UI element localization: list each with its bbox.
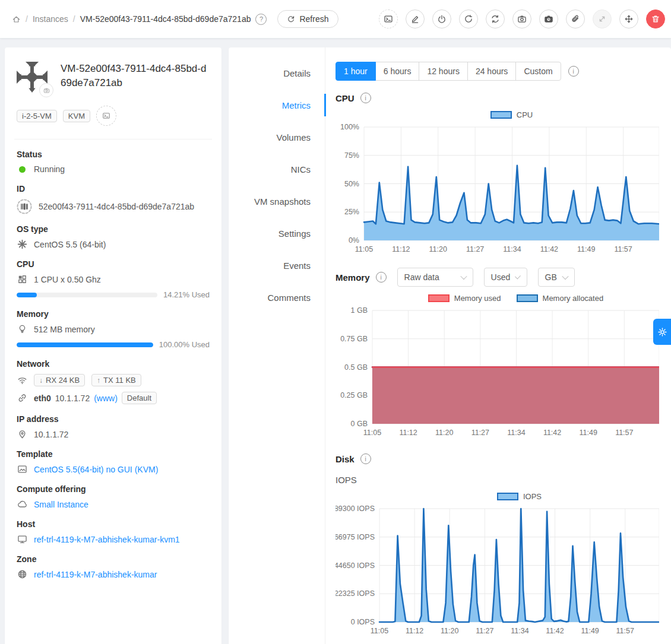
svg-text:11:42: 11:42 xyxy=(540,245,558,253)
time-range-1-hour[interactable]: 1 hour xyxy=(336,62,376,81)
info-icon[interactable]: i xyxy=(360,453,371,464)
info-icon[interactable]: i xyxy=(360,93,371,103)
field-row: ref-trl-4119-k-M7-abhishek-kumar xyxy=(17,569,210,579)
recurring-snapshot-icon xyxy=(544,14,553,24)
field-compute-offering: Compute offeringSmall Instance xyxy=(17,484,210,509)
memory-select-0[interactable]: Raw data xyxy=(397,268,473,287)
tab-comments[interactable]: Comments xyxy=(229,281,325,313)
svg-text:0.25 GB: 0.25 GB xyxy=(340,391,368,399)
attach-iso-button[interactable] xyxy=(566,9,585,28)
breadcrumb-item: VM-52e00f43-7911-4dc4-85bd-d69de7a721ab xyxy=(80,14,251,24)
console-button[interactable] xyxy=(379,9,398,28)
legend-label: CPU xyxy=(517,110,533,119)
svg-text:50%: 50% xyxy=(344,180,359,188)
select-value: Raw data xyxy=(404,272,439,282)
time-range-6-hours[interactable]: 6 hours xyxy=(375,62,420,81)
field-status: StatusRunning xyxy=(17,150,210,174)
legend-item[interactable]: Memory allocated xyxy=(517,294,604,303)
snapshot-icon xyxy=(43,87,50,94)
svg-text:11:20: 11:20 xyxy=(441,627,458,635)
svg-text:44650 IOPS: 44650 IOPS xyxy=(336,561,375,570)
field-link[interactable]: CentOS 5.5(64-bit) no GUI (KVM) xyxy=(34,465,158,474)
legend-item[interactable]: IOPS xyxy=(497,492,542,501)
svg-text:11:12: 11:12 xyxy=(406,627,423,635)
field-link[interactable]: ref-trl-4119-k-M7-abhishek-kumar-kvm1 xyxy=(34,535,180,544)
legend-swatch xyxy=(517,294,538,302)
reboot-button[interactable] xyxy=(459,9,478,28)
migrate-button[interactable] xyxy=(619,9,638,28)
svg-text:0%: 0% xyxy=(349,236,359,245)
reinstall-button[interactable] xyxy=(486,9,505,28)
field-link[interactable]: ref-trl-4119-k-M7-abhishek-kumar xyxy=(34,570,157,579)
field-value: CentOS 5.5 (64-bit) xyxy=(34,240,106,249)
legend-item[interactable]: Memory used xyxy=(428,294,501,303)
divider xyxy=(14,139,212,139)
refresh-button[interactable]: Refresh xyxy=(277,10,338,28)
tab-nics[interactable]: NICs xyxy=(229,153,325,185)
console-tag-button[interactable] xyxy=(96,106,116,126)
field-memory: Memory512 MB memory100.00% Used xyxy=(17,309,210,349)
scale-icon xyxy=(597,14,607,24)
memory-select-2[interactable]: GB xyxy=(538,268,575,287)
svg-text:11:05: 11:05 xyxy=(371,627,388,635)
time-range-12-hours[interactable]: 12 hours xyxy=(419,62,467,81)
recurring-snapshot-button[interactable] xyxy=(539,9,558,28)
edit-button[interactable] xyxy=(406,9,425,28)
iops-subtitle: IOPS xyxy=(336,475,659,485)
time-range-custom[interactable]: Custom xyxy=(515,62,561,81)
home-icon[interactable] xyxy=(12,15,21,24)
snapshot-badge xyxy=(39,83,53,97)
field-label: Compute offering xyxy=(17,484,210,494)
migrate-icon xyxy=(624,14,634,24)
field-link[interactable]: Small Instance xyxy=(34,500,88,509)
os-icon xyxy=(17,239,27,249)
down-arrow-icon: ↓ xyxy=(39,376,43,385)
tag-label: RX 24 KB xyxy=(46,376,80,385)
svg-text:11:12: 11:12 xyxy=(399,429,417,437)
usage-progress: 14.21% Used xyxy=(17,290,210,299)
time-range-24-hours[interactable]: 24 hours xyxy=(467,62,516,81)
svg-text:11:57: 11:57 xyxy=(616,627,634,635)
monitor-icon xyxy=(17,534,27,544)
cloud-icon xyxy=(17,499,27,509)
pin-icon xyxy=(17,429,27,439)
tab-details[interactable]: Details xyxy=(229,57,325,89)
chevron-down-icon xyxy=(562,273,568,280)
breadcrumb-item[interactable]: Instances xyxy=(33,14,68,24)
info-icon[interactable]: i xyxy=(376,272,387,283)
field-label: Network xyxy=(17,359,210,369)
svg-text:11:34: 11:34 xyxy=(503,245,521,253)
svg-text:11:49: 11:49 xyxy=(577,245,595,253)
field-id: ID52e00f43-7911-4dc4-85bd-d69de7a721ab xyxy=(17,184,210,214)
barcode-icon xyxy=(17,199,32,214)
destroy-button[interactable] xyxy=(646,9,665,28)
scale-button[interactable] xyxy=(593,9,612,28)
svg-text:0 IOPS: 0 IOPS xyxy=(351,618,375,626)
detail-nav: DetailsMetricsVolumesNICsVM snapshotsSet… xyxy=(229,47,325,644)
snapshot-button[interactable] xyxy=(512,9,531,28)
tab-vm-snapshots[interactable]: VM snapshots xyxy=(229,185,325,217)
progress-note: 100.00% Used xyxy=(159,340,210,349)
nic-network-link[interactable]: (www) xyxy=(94,394,118,403)
stop-button[interactable] xyxy=(432,9,451,28)
memory-select-1[interactable]: Used xyxy=(484,268,527,287)
legend-swatch xyxy=(428,294,450,302)
tab-events[interactable]: Events xyxy=(229,249,325,281)
info-icon[interactable]: i xyxy=(568,66,579,77)
progress-fill xyxy=(17,342,153,347)
help-icon[interactable]: ? xyxy=(255,14,267,25)
tab-volumes[interactable]: Volumes xyxy=(229,121,325,153)
home-icon xyxy=(12,15,21,24)
tab-settings[interactable]: Settings xyxy=(229,217,325,249)
link-icon xyxy=(17,393,27,403)
field-zone: Zoneref-trl-4119-k-M7-abhishek-kumar xyxy=(17,554,210,579)
settings-drawer-toggle[interactable] xyxy=(653,319,671,345)
reboot-icon xyxy=(464,14,473,24)
field-label: Memory xyxy=(17,309,210,319)
legend-item[interactable]: CPU xyxy=(490,110,533,119)
tab-metrics[interactable]: Metrics xyxy=(229,89,325,121)
time-range-group: 1 hour6 hours12 hours24 hoursCustomi xyxy=(336,62,659,81)
svg-text:11:34: 11:34 xyxy=(511,627,528,635)
status-dot xyxy=(19,166,26,173)
field-row: 10.1.1.72 xyxy=(17,429,210,439)
